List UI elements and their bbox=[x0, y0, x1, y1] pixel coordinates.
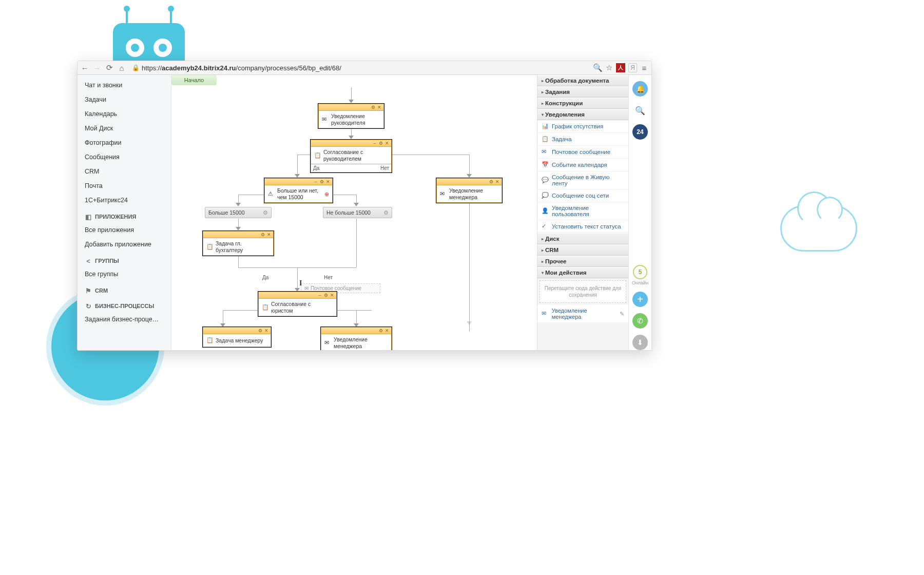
gear-icon[interactable]: ⚙ bbox=[371, 105, 376, 110]
close-icon[interactable]: ✕ bbox=[266, 232, 272, 237]
sidebar-item-mail[interactable]: Почта bbox=[78, 179, 171, 193]
node-condition[interactable]: –⚙✕ ⚠Больше или нет, чем 15000⊕ bbox=[264, 178, 333, 203]
minimize-icon[interactable]: – bbox=[317, 293, 322, 298]
palette-item[interactable]: 💬Сообщение в Живую ленту bbox=[537, 171, 628, 189]
forward-icon[interactable]: → bbox=[93, 64, 101, 72]
section-disk[interactable]: ▸Диск bbox=[537, 233, 628, 244]
item-icon: 📅 bbox=[542, 161, 549, 168]
home-icon[interactable]: ⌂ bbox=[118, 64, 126, 72]
palette-item[interactable]: ✓Установить текст статуса bbox=[537, 220, 628, 233]
sidebar-item-all-apps[interactable]: Все приложения bbox=[78, 223, 171, 237]
node-task-accountant[interactable]: ⚙✕ 📋Задача гл. бухгалтеру bbox=[202, 231, 274, 256]
sidebar-item-calendar[interactable]: Календарь bbox=[78, 107, 171, 121]
cloud-decoration bbox=[780, 205, 857, 252]
sidebar-section-crm[interactable]: ⚑CRM bbox=[78, 281, 171, 297]
gear-icon[interactable]: ⚙ bbox=[489, 179, 494, 184]
sidebar-item-all-groups[interactable]: Все группы bbox=[78, 267, 171, 281]
node-approval-supervisor[interactable]: –⚙✕ 📋Согласование с руководителем ДаНет bbox=[310, 139, 392, 173]
palette-item[interactable]: 📋Задача bbox=[537, 133, 628, 146]
my-action-item[interactable]: ✉Уведомление менеджера ✎ bbox=[537, 305, 628, 322]
gear-icon[interactable]: ⚙ bbox=[263, 209, 268, 216]
sidebar-item-tasks[interactable]: Задачи bbox=[78, 92, 171, 107]
close-icon[interactable]: ✕ bbox=[384, 141, 390, 146]
url-field[interactable]: 🔒 https://academyb24.bitrix24.ru/company… bbox=[130, 64, 589, 72]
branch-more[interactable]: Больше 15000⚙ bbox=[205, 207, 272, 218]
yandex-icon[interactable]: Я bbox=[628, 63, 637, 72]
caret-down-icon: ▾ bbox=[542, 112, 544, 117]
gear-icon[interactable]: ⚙ bbox=[383, 209, 389, 216]
sidebar-item-bp-tasks[interactable]: Задания бизнес-проце… bbox=[78, 312, 171, 327]
palette-item[interactable]: 👤Уведомление пользователя bbox=[537, 202, 628, 220]
piece-icon: ◧ bbox=[85, 213, 92, 220]
lock-icon: 🔒 bbox=[132, 64, 140, 71]
close-icon[interactable]: ✕ bbox=[264, 328, 269, 333]
gear-icon[interactable]: ⚙ bbox=[260, 232, 265, 237]
search-icon[interactable]: 🔍 bbox=[632, 103, 648, 118]
node-approval-lawyer[interactable]: –⚙✕ 📋Согласование с юристом ДаНет bbox=[258, 291, 337, 317]
palette-item[interactable]: 📊График отсутствия bbox=[537, 120, 628, 133]
sidebar-section-groups[interactable]: <ГРУППЫ bbox=[78, 252, 171, 267]
close-icon[interactable]: ✕ bbox=[377, 105, 382, 110]
online-counter[interactable]: 5 Онлайн bbox=[632, 265, 648, 285]
menu-icon[interactable]: ≡ bbox=[640, 64, 648, 72]
node-notify-supervisor[interactable]: ⚙✕ ✉Уведомление руководителя bbox=[318, 103, 384, 129]
sidebar-item-chat[interactable]: Чат и звонки bbox=[78, 78, 171, 92]
add-icon[interactable]: ⊕ bbox=[324, 191, 329, 197]
url-text: https://academyb24.bitrix24.ru/company/p… bbox=[142, 64, 341, 72]
palette-item[interactable]: 📅Событие календаря bbox=[537, 159, 628, 171]
drop-zone[interactable]: Перетащите сюда действие для сохранения bbox=[540, 280, 626, 303]
badge-24-icon[interactable]: 24 bbox=[632, 124, 648, 140]
minimize-icon[interactable]: – bbox=[313, 179, 318, 184]
sidebar-item-photos[interactable]: Фотографии bbox=[78, 136, 171, 150]
close-icon[interactable]: ✕ bbox=[495, 179, 500, 184]
sidebar-item-1c[interactable]: 1С+Битрикс24 bbox=[78, 193, 171, 207]
gear-icon[interactable]: ⚙ bbox=[319, 179, 324, 184]
close-icon[interactable]: ✕ bbox=[330, 293, 335, 298]
sidebar-section-apps[interactable]: ◧ПРИЛОЖЕНИЯ bbox=[78, 207, 171, 223]
plus-icon[interactable]: + bbox=[632, 292, 648, 307]
branch-not-more[interactable]: Не больше 15000⚙ bbox=[323, 207, 392, 218]
item-icon: ✉ bbox=[542, 148, 549, 156]
mail-icon: ✉ bbox=[304, 285, 309, 291]
bp-canvas[interactable]: Начало ⚙✕ ✉Уведомление руководителя –⚙✕ … bbox=[171, 75, 537, 350]
sidebar-item-messages[interactable]: Сообщения bbox=[78, 150, 171, 164]
gear-icon[interactable]: ⚙ bbox=[378, 328, 383, 333]
star-icon[interactable]: ☆ bbox=[605, 64, 613, 72]
gear-icon[interactable]: ⚙ bbox=[323, 293, 329, 298]
sidebar-item-add-app[interactable]: Добавить приложение bbox=[78, 237, 171, 252]
zoom-icon[interactable]: 🔍 bbox=[593, 64, 602, 72]
sidebar-item-disk[interactable]: Мой Диск bbox=[78, 121, 171, 136]
close-icon[interactable]: ✕ bbox=[384, 328, 390, 333]
section-constructs[interactable]: ▸Конструкции bbox=[537, 98, 628, 109]
section-tasks[interactable]: ▸Задания bbox=[537, 86, 628, 98]
gear-icon[interactable]: ⚙ bbox=[258, 328, 263, 333]
node-notify-manager-3[interactable]: ⚙✕ ✉Уведомление менеджера bbox=[320, 327, 392, 350]
palette-item[interactable]: 💭Сообщение соц сети bbox=[537, 189, 628, 202]
start-node[interactable]: Начало bbox=[171, 75, 217, 85]
minimize-icon[interactable]: – bbox=[372, 141, 377, 146]
reload-icon[interactable]: ⟳ bbox=[105, 64, 113, 72]
section-crm[interactable]: ▸CRM bbox=[537, 244, 628, 256]
section-document[interactable]: ▸Обработка документа bbox=[537, 75, 628, 86]
caret-icon: ▸ bbox=[542, 237, 544, 241]
caret-icon: ▸ bbox=[542, 259, 544, 264]
condition-icon: ⚠ bbox=[268, 190, 275, 198]
node-task-manager[interactable]: ⚙✕ 📋Задача менеджеру bbox=[202, 327, 272, 348]
section-other[interactable]: ▸Прочее bbox=[537, 256, 628, 267]
section-my-actions[interactable]: ▾Мои действия bbox=[537, 267, 628, 278]
download-icon[interactable]: ⬇ bbox=[632, 335, 648, 350]
caret-icon: ▸ bbox=[542, 101, 544, 106]
section-notifications[interactable]: ▾Уведомления bbox=[537, 109, 628, 120]
back-icon[interactable]: ← bbox=[81, 64, 89, 72]
node-notify-manager-right[interactable]: ⚙✕ ✉Уведомление менеджера bbox=[436, 178, 503, 203]
gear-icon[interactable]: ⚙ bbox=[378, 141, 383, 146]
palette-item[interactable]: ✉Почтовое сообщение bbox=[537, 146, 628, 159]
close-icon[interactable]: ✕ bbox=[325, 179, 331, 184]
sidebar-item-crm[interactable]: CRM bbox=[78, 164, 171, 179]
pencil-icon[interactable]: ✎ bbox=[620, 311, 624, 317]
pdf-icon[interactable]: 人 bbox=[616, 63, 625, 72]
sidebar-section-bp[interactable]: ↻БИЗНЕС-ПРОЦЕССЫ bbox=[78, 297, 171, 312]
bell-icon[interactable]: 🔔 bbox=[632, 81, 648, 97]
left-sidebar: Чат и звонки Задачи Календарь Мой Диск Ф… bbox=[78, 75, 171, 350]
phone-icon[interactable]: ✆ bbox=[632, 313, 648, 329]
